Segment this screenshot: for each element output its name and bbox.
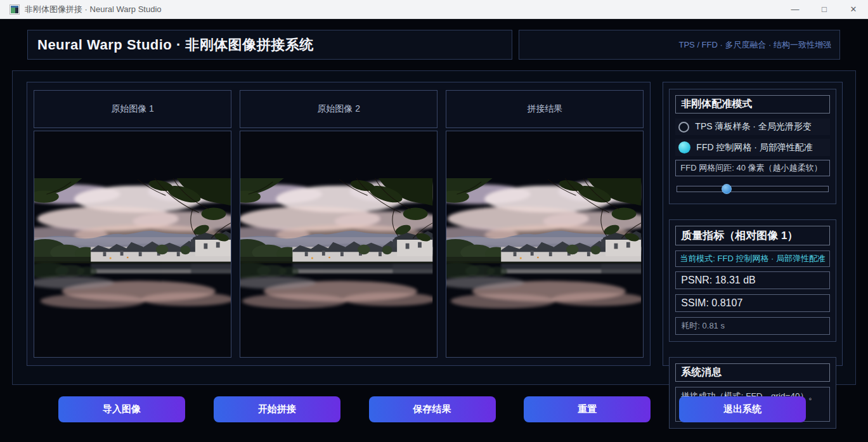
exit-system-button[interactable]: 退出系统 <box>679 396 806 422</box>
source-image-1[interactable] <box>34 131 231 358</box>
app-icon <box>10 4 20 15</box>
quality-metrics-panel: 质量指标（相对图像 1） 当前模式: FFD 控制网格 · 局部弹性配准 PSN… <box>669 219 836 342</box>
ffd-slider-handle[interactable] <box>722 184 732 194</box>
images-container: 原始图像 1 原始图像 2 拼接结果 <box>27 82 651 366</box>
reset-button[interactable]: 重置 <box>524 396 651 422</box>
footer-toolbar: 导入图像 开始拼接 保存结果 重置 退出系统 <box>12 396 856 422</box>
psnr-value: PSNR: 18.31 dB <box>675 271 830 289</box>
photo-source-2 <box>240 178 437 309</box>
elapsed-time-value: 耗时: 0.81 s <box>675 317 830 335</box>
radio-option-tps[interactable]: TPS 薄板样条 · 全局光滑形变 <box>675 119 830 135</box>
save-result-button[interactable]: 保存结果 <box>369 396 496 422</box>
radio-option-ffd[interactable]: FFD 控制网格 · 局部弹性配准 <box>675 139 830 156</box>
metrics-panel-title: 质量指标（相对图像 1） <box>675 226 830 245</box>
radio-ffd-label: FFD 控制网格 · 局部弹性配准 <box>696 142 813 153</box>
radio-tps-label: TPS 薄板样条 · 全局光滑形变 <box>695 121 812 133</box>
ssim-value: SSIM: 0.8107 <box>675 294 830 312</box>
result-image[interactable] <box>446 131 644 358</box>
header: Neural Warp Studio · 非刚体图像拼接系统 TPS / FFD… <box>27 30 840 60</box>
start-stitching-button[interactable]: 开始拼接 <box>214 396 340 422</box>
ffd-slider-groove[interactable] <box>677 186 829 192</box>
ffd-grid-slider[interactable] <box>677 183 829 195</box>
registration-mode-panel: 非刚体配准模式 TPS 薄板样条 · 全局光滑形变 FFD 控制网格 · 局部弹… <box>669 89 836 204</box>
photo-result <box>446 178 643 309</box>
panel-label-source-2: 原始图像 2 <box>240 90 437 128</box>
sidebar: 非刚体配准模式 TPS 薄板样条 · 全局光滑形变 FFD 控制网格 · 局部弹… <box>663 82 843 366</box>
radio-tps-icon[interactable] <box>678 122 689 133</box>
panel-label-result: 拼接结果 <box>446 90 644 128</box>
app-window: Neural Warp Studio · 非刚体图像拼接系统 TPS / FFD… <box>0 19 868 422</box>
mode-panel-title: 非刚体配准模式 <box>675 95 830 114</box>
main-frame: 原始图像 1 原始图像 2 拼接结果 非刚体配准模式 <box>12 70 856 385</box>
close-icon[interactable]: ✕ <box>839 0 868 18</box>
image-panel-source-2: 原始图像 2 <box>240 90 437 358</box>
message-panel-title: 系统消息 <box>675 363 830 382</box>
radio-ffd-icon[interactable] <box>678 141 690 153</box>
window-controls: — □ ✕ <box>781 0 868 18</box>
panel-label-source-1: 原始图像 1 <box>34 90 231 128</box>
current-mode-value: 当前模式: FFD 控制网格 · 局部弹性配准 <box>675 250 830 267</box>
source-image-2[interactable] <box>240 131 437 358</box>
minimize-icon[interactable]: — <box>781 0 810 18</box>
photo-source-1 <box>34 178 231 309</box>
image-panel-result: 拼接结果 <box>446 90 644 358</box>
page-subtitle: TPS / FFD · 多尺度融合 · 结构一致性增强 <box>519 30 840 60</box>
ffd-grid-spacing-label: FFD 网格间距: 40 像素（越小越柔软） <box>675 160 830 176</box>
titlebar: 非刚体图像拼接 · Neural Warp Studio — □ ✕ <box>0 0 868 19</box>
page-title: Neural Warp Studio · 非刚体图像拼接系统 <box>27 30 512 60</box>
window-title: 非刚体图像拼接 · Neural Warp Studio <box>25 4 162 15</box>
import-images-button[interactable]: 导入图像 <box>58 396 185 422</box>
maximize-icon[interactable]: □ <box>810 0 839 18</box>
image-panel-source-1: 原始图像 1 <box>34 90 231 358</box>
